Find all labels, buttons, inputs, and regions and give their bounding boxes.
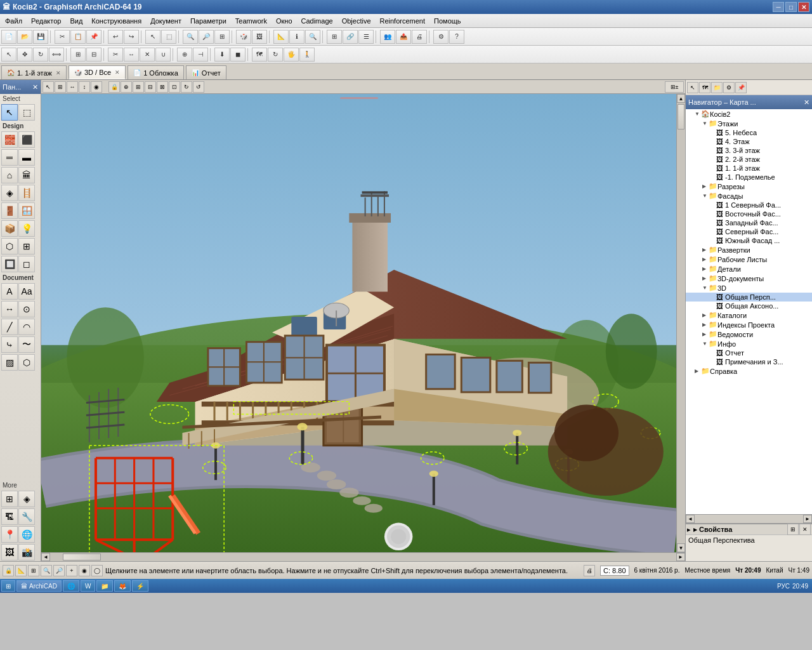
panel-close-icon[interactable]: ✕	[32, 83, 38, 91]
tree-item-specs[interactable]: ▶ 📁 Ведомости	[686, 329, 812, 339]
status-icon-6[interactable]: +	[66, 565, 77, 576]
tool-door[interactable]: 🚪	[1, 202, 18, 219]
hscroll-track[interactable]	[50, 553, 676, 561]
tb-layer[interactable]: ☰	[358, 30, 374, 44]
menu-edit[interactable]: Редактор	[27, 16, 65, 26]
nav-tb-3[interactable]: 📁	[711, 82, 723, 93]
nav-hscroll-right[interactable]: ►	[803, 515, 812, 523]
tb-settings[interactable]: ⚙	[433, 30, 449, 44]
tb2-extend[interactable]: ↔	[124, 48, 139, 62]
tree-item-floor2[interactable]: 🖼 2. 2-й этаж	[686, 155, 812, 164]
tb-marquee[interactable]: ⬚	[161, 30, 176, 44]
tree-item-3d-persp[interactable]: 🖼 Общая Персп...	[686, 293, 812, 302]
tb2-distribute[interactable]: ⊟	[86, 48, 102, 62]
tree-item-report[interactable]: 🖼 Отчет	[686, 348, 812, 357]
tb-save[interactable]: 💾	[33, 30, 48, 44]
tool-light[interactable]: 💡	[18, 220, 35, 237]
tree-item-unrolled[interactable]: ▶ 📁 Развертки	[686, 245, 812, 255]
tree-item-kosiv2[interactable]: ▼ 🏠 Косів2	[686, 109, 812, 119]
tool-roof[interactable]: ⌂	[1, 167, 18, 183]
menu-view[interactable]: Вид	[66, 16, 86, 26]
tree-item-info[interactable]: ▼ 📁 Инфо	[686, 339, 812, 348]
tool-more-8[interactable]: 📸	[18, 544, 35, 560]
props-btn-2[interactable]: ✕	[799, 524, 811, 535]
tree-item-floor4[interactable]: 🖼 4. Этаж	[686, 137, 812, 146]
nav-tb-4[interactable]: ⚙	[723, 82, 735, 93]
tb2-orbit[interactable]: ↻	[268, 48, 283, 62]
tb-render[interactable]: 🖼	[252, 30, 267, 44]
hscroll-left-button[interactable]: ◄	[41, 553, 50, 561]
nav-tb-2[interactable]: 🗺	[699, 82, 710, 93]
menu-window[interactable]: Окно	[272, 16, 296, 26]
menu-cadimage[interactable]: Cadimage	[298, 16, 337, 26]
mini-btn-4[interactable]: ↕	[79, 81, 90, 93]
taskbar-word[interactable]: W	[81, 580, 95, 592]
tb-help[interactable]: ?	[449, 30, 464, 44]
tb2-nav[interactable]: 🗺	[252, 48, 267, 62]
tb2-intersect[interactable]: ✕	[140, 48, 155, 62]
tool-figure[interactable]: ⬡	[18, 354, 35, 371]
mini-btn-11[interactable]: ⊡	[169, 81, 180, 93]
tb-grid[interactable]: ⊞	[327, 30, 342, 44]
tree-item-3ddocs[interactable]: ▶ 📁 3D-документы	[686, 274, 812, 283]
tool-column[interactable]: ⬛	[18, 131, 35, 148]
tb-info[interactable]: ℹ	[289, 30, 304, 44]
tab-floor1[interactable]: 🏠 1. 1-й этаж ✕	[1, 65, 67, 79]
tool-skylight[interactable]: ◻	[18, 256, 35, 272]
tool-object[interactable]: 📦	[1, 220, 18, 237]
tb2-align[interactable]: ⊞	[70, 48, 86, 62]
tb-publish[interactable]: 📤	[396, 30, 411, 44]
tree-item-sections[interactable]: ▶ 📁 Разрезы	[686, 182, 812, 191]
tree-item-floor3[interactable]: 🖼 3. 3-й этаж	[686, 146, 812, 155]
tb2-solid[interactable]: ◼	[230, 48, 246, 62]
hscroll-right-button[interactable]: ►	[676, 553, 685, 561]
tree-item-facade-north2[interactable]: 🖼 Северный Фас...	[686, 227, 812, 236]
status-icon-2[interactable]: 📐	[15, 565, 27, 576]
tree-item-facade-west[interactable]: 🖼 Западный Фас...	[686, 218, 812, 227]
props-expand[interactable]: ▸ ▸ Свойства ⊞ ✕	[686, 524, 812, 535]
tree-item-3d[interactable]: ▼ 📁 3D	[686, 283, 812, 293]
nav-tb-5[interactable]: 📌	[735, 82, 747, 93]
tool-shell[interactable]: 🏛	[18, 167, 35, 183]
tb2-pan[interactable]: 🖐	[284, 48, 299, 62]
status-icon-5[interactable]: 🔎	[53, 565, 65, 576]
taskbar-other[interactable]: ⚡	[132, 580, 148, 592]
scroll-up-button[interactable]: ▲	[677, 94, 685, 103]
tb-zoom-out[interactable]: 🔎	[199, 30, 214, 44]
title-bar-controls[interactable]: ─ □ ✕	[773, 2, 809, 12]
status-icon-3[interactable]: ⊞	[28, 565, 39, 576]
mini-btn-1[interactable]: ↖	[43, 81, 54, 93]
status-icon-4[interactable]: 🔍	[41, 565, 52, 576]
tree-item-indexes[interactable]: ▶ 📁 Индексы Проекта	[686, 320, 812, 329]
tb-teamwork[interactable]: 👥	[380, 30, 395, 44]
menu-options[interactable]: Параметри	[187, 16, 230, 26]
taskbar-archicad[interactable]: 🏛 ArchiCAD	[16, 580, 62, 592]
tb2-mirror[interactable]: ⟺	[49, 48, 64, 62]
menu-document[interactable]: Документ	[147, 16, 185, 26]
tree-item-details[interactable]: ▶ 📁 Детали	[686, 264, 812, 274]
tool-select-marquee[interactable]: ⬚	[18, 104, 35, 121]
mini-btn-2[interactable]: ⊞	[55, 81, 66, 93]
tool-dim-linear[interactable]: ↔	[1, 301, 18, 317]
hscroll-thumb[interactable]	[63, 554, 101, 560]
scroll-track[interactable]	[677, 103, 685, 543]
menu-teamwork[interactable]: Teamwork	[232, 16, 271, 26]
tree-item-facade-north1[interactable]: 🖼 1 Северный Фа...	[686, 201, 812, 209]
tool-wall[interactable]: 🧱	[1, 131, 18, 148]
tb-zoom-in[interactable]: 🔍	[183, 30, 198, 44]
menu-design[interactable]: Конструювання	[88, 16, 145, 26]
tab-report[interactable]: 📊 Отчет	[186, 65, 226, 79]
mini-btn-5[interactable]: ◉	[91, 81, 102, 93]
scroll-thumb[interactable]	[678, 104, 684, 129]
tool-polyline[interactable]: ⤷	[1, 336, 18, 353]
tool-arc[interactable]: ◠	[18, 319, 35, 335]
taskbar-start[interactable]: ⊞	[1, 580, 15, 592]
tab-floor1-close[interactable]: ✕	[56, 70, 61, 76]
tool-curtain[interactable]: 🔲	[1, 256, 18, 272]
mini-btn-6[interactable]: 🔒	[108, 81, 120, 93]
tool-fill[interactable]: ▨	[1, 354, 18, 371]
tb-fit[interactable]: ⊞	[214, 30, 230, 44]
status-icon-8[interactable]: ◯	[91, 565, 103, 576]
tree-item-floors[interactable]: ▼ 📁 Этажи	[686, 119, 812, 128]
props-btn-1[interactable]: ⊞	[787, 524, 799, 535]
